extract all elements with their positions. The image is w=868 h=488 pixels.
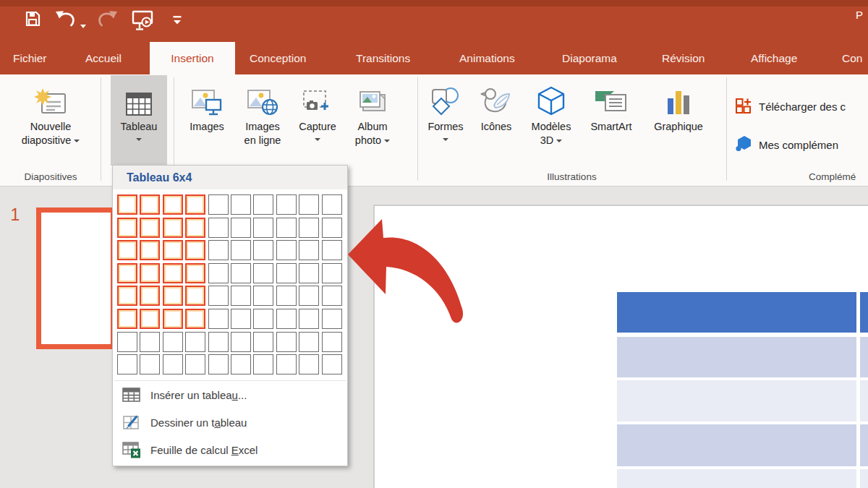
tab-fichier[interactable]: Fichier [13,42,47,74]
grid-cell[interactable] [208,240,229,260]
grid-cell[interactable] [185,240,205,260]
grid-cell[interactable] [322,332,342,352]
smartart-button[interactable]: SmartArt [583,75,639,166]
grid-cell[interactable] [322,263,342,283]
grid-cell[interactable] [253,354,273,374]
grid-cell[interactable] [208,332,229,352]
grid-cell[interactable] [140,354,160,374]
grid-cell[interactable] [163,194,183,215]
grid-cell[interactable] [276,309,297,329]
grid-cell[interactable] [163,354,183,374]
3d-models-button[interactable]: Modèles 3D [521,75,582,166]
grid-cell[interactable] [276,218,297,238]
grid-cell[interactable] [231,240,251,260]
grid-cell[interactable] [163,286,183,306]
tab-diaporama[interactable]: Diaporama [562,42,617,74]
grid-cell[interactable] [231,332,251,352]
grid-cell[interactable] [117,240,137,260]
grid-cell[interactable] [276,354,297,374]
grid-cell[interactable] [253,194,273,215]
undo-icon[interactable] [55,10,77,32]
tab-insertion-active[interactable]: Insertion [150,42,235,74]
grid-cell[interactable] [253,332,273,352]
grid-cell[interactable] [231,263,251,283]
grid-cell[interactable] [276,332,297,352]
grid-cell[interactable] [117,332,137,352]
grid-cell[interactable] [140,309,160,329]
grid-cell[interactable] [231,286,251,306]
grid-cell[interactable] [185,194,205,215]
grid-cell[interactable] [185,332,205,352]
grid-cell[interactable] [117,286,137,306]
slide-thumbnail[interactable] [36,207,116,349]
slide-table-row[interactable] [617,337,868,377]
grid-cell[interactable] [140,286,160,306]
slide-table-row[interactable] [617,469,868,488]
undo-dropdown-caret-icon[interactable] [80,19,87,32]
grid-cell[interactable] [231,194,251,215]
grid-cell[interactable] [299,286,319,306]
grid-cell[interactable] [208,194,229,215]
grid-cell[interactable] [253,309,273,329]
grid-cell[interactable] [231,309,251,329]
tab-animations[interactable]: Animations [459,42,515,74]
grid-cell[interactable] [322,354,342,374]
photo-album-button[interactable]: Album photo [346,75,399,166]
grid-cell[interactable] [276,263,297,283]
grid-cell[interactable] [299,240,319,260]
grid-cell[interactable] [322,286,342,306]
grid-cell[interactable] [185,263,205,283]
slide-table-row[interactable] [617,380,868,421]
customize-quick-access-icon[interactable] [172,15,182,29]
grid-cell[interactable] [253,286,273,306]
grid-cell[interactable] [299,332,319,352]
grid-cell[interactable] [140,240,160,260]
shapes-button[interactable]: Formes [420,75,472,166]
chart-button[interactable]: Graphique [641,75,716,166]
grid-cell[interactable] [117,309,137,329]
grid-cell[interactable] [208,218,229,238]
grid-cell[interactable] [299,218,319,238]
grid-cell[interactable] [140,332,160,352]
grid-cell[interactable] [253,218,273,238]
grid-cell[interactable] [140,263,160,283]
online-images-button[interactable]: Images en ligne [236,75,289,166]
menu-item-excel-spreadsheet[interactable]: Feuille de calcul Excel [113,436,347,463]
grid-cell[interactable] [208,263,229,283]
tab-transitions[interactable]: Transitions [356,42,410,74]
get-addins-button[interactable]: Télécharger des c [735,97,846,116]
tab-revision[interactable]: Révision [662,42,705,74]
grid-cell[interactable] [208,354,229,374]
grid-cell[interactable] [231,354,251,374]
grid-cell[interactable] [276,194,297,215]
grid-cell[interactable] [117,218,137,238]
grid-cell[interactable] [185,354,205,374]
grid-cell[interactable] [185,218,205,238]
grid-cell[interactable] [163,309,183,329]
grid-cell[interactable] [208,309,229,329]
grid-cell[interactable] [117,354,137,374]
grid-cell[interactable] [253,240,273,260]
grid-cell[interactable] [163,240,183,260]
grid-cell[interactable] [322,240,342,260]
grid-cell[interactable] [140,218,160,238]
grid-cell[interactable] [299,309,319,329]
slide-table-row[interactable] [617,424,868,466]
grid-cell[interactable] [231,218,251,238]
grid-cell[interactable] [276,240,297,260]
grid-cell[interactable] [322,309,342,329]
images-button[interactable]: Images [181,75,233,166]
grid-cell[interactable] [322,194,342,215]
grid-cell[interactable] [299,194,319,215]
icons-button[interactable]: Icônes [475,75,518,166]
grid-cell[interactable] [299,263,319,283]
grid-cell[interactable] [163,263,183,283]
table-button[interactable]: Tableau [111,75,167,166]
grid-cell[interactable] [117,194,137,215]
menu-item-draw-table[interactable]: Dessiner un tableau [113,408,347,436]
tab-complements-partial[interactable]: Con [842,42,862,74]
grid-cell[interactable] [163,218,183,238]
tab-affichage[interactable]: Affichage [751,42,797,74]
grid-cell[interactable] [185,286,205,306]
grid-cell[interactable] [276,286,297,306]
